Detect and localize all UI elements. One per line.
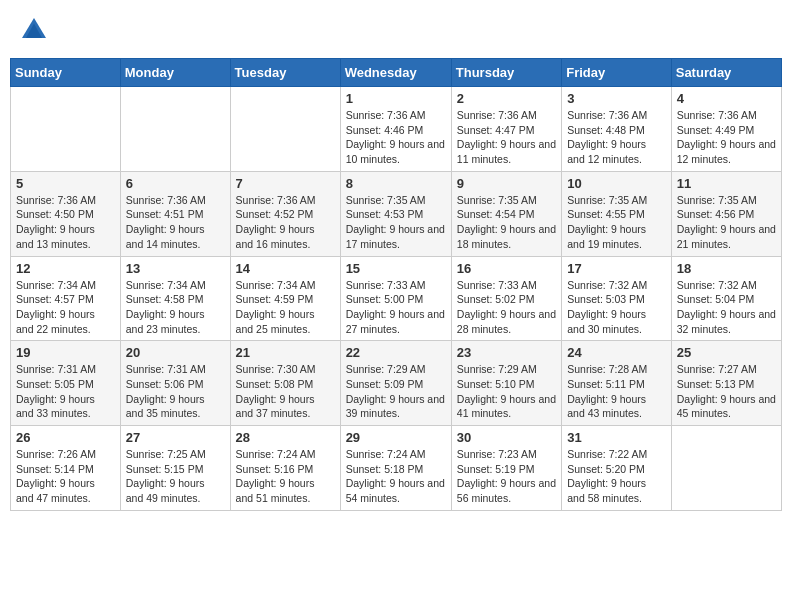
day-info: Sunrise: 7:35 AM Sunset: 4:56 PM Dayligh…	[677, 193, 776, 252]
day-info: Sunrise: 7:32 AM Sunset: 5:04 PM Dayligh…	[677, 278, 776, 337]
day-number: 6	[126, 176, 225, 191]
day-info: Sunrise: 7:24 AM Sunset: 5:18 PM Dayligh…	[346, 447, 446, 506]
calendar-cell: 26Sunrise: 7:26 AM Sunset: 5:14 PM Dayli…	[11, 426, 121, 511]
day-number: 29	[346, 430, 446, 445]
day-number: 30	[457, 430, 556, 445]
day-number: 25	[677, 345, 776, 360]
calendar-cell: 25Sunrise: 7:27 AM Sunset: 5:13 PM Dayli…	[671, 341, 781, 426]
day-info: Sunrise: 7:29 AM Sunset: 5:10 PM Dayligh…	[457, 362, 556, 421]
weekday-header: Tuesday	[230, 59, 340, 87]
day-number: 24	[567, 345, 666, 360]
day-number: 31	[567, 430, 666, 445]
page-header	[10, 10, 782, 50]
weekday-header: Sunday	[11, 59, 121, 87]
day-number: 3	[567, 91, 666, 106]
day-info: Sunrise: 7:24 AM Sunset: 5:16 PM Dayligh…	[236, 447, 335, 506]
weekday-header: Wednesday	[340, 59, 451, 87]
calendar-cell: 20Sunrise: 7:31 AM Sunset: 5:06 PM Dayli…	[120, 341, 230, 426]
day-info: Sunrise: 7:34 AM Sunset: 4:57 PM Dayligh…	[16, 278, 115, 337]
day-info: Sunrise: 7:35 AM Sunset: 4:55 PM Dayligh…	[567, 193, 666, 252]
day-info: Sunrise: 7:31 AM Sunset: 5:05 PM Dayligh…	[16, 362, 115, 421]
calendar-cell: 11Sunrise: 7:35 AM Sunset: 4:56 PM Dayli…	[671, 171, 781, 256]
calendar-cell	[230, 87, 340, 172]
day-number: 4	[677, 91, 776, 106]
day-number: 18	[677, 261, 776, 276]
calendar-cell: 6Sunrise: 7:36 AM Sunset: 4:51 PM Daylig…	[120, 171, 230, 256]
day-info: Sunrise: 7:36 AM Sunset: 4:50 PM Dayligh…	[16, 193, 115, 252]
calendar-week-row: 19Sunrise: 7:31 AM Sunset: 5:05 PM Dayli…	[11, 341, 782, 426]
day-number: 26	[16, 430, 115, 445]
calendar-cell: 22Sunrise: 7:29 AM Sunset: 5:09 PM Dayli…	[340, 341, 451, 426]
calendar-table: SundayMondayTuesdayWednesdayThursdayFrid…	[10, 58, 782, 511]
day-info: Sunrise: 7:28 AM Sunset: 5:11 PM Dayligh…	[567, 362, 666, 421]
day-info: Sunrise: 7:33 AM Sunset: 5:00 PM Dayligh…	[346, 278, 446, 337]
day-info: Sunrise: 7:36 AM Sunset: 4:49 PM Dayligh…	[677, 108, 776, 167]
day-number: 11	[677, 176, 776, 191]
day-info: Sunrise: 7:23 AM Sunset: 5:19 PM Dayligh…	[457, 447, 556, 506]
day-number: 28	[236, 430, 335, 445]
day-info: Sunrise: 7:33 AM Sunset: 5:02 PM Dayligh…	[457, 278, 556, 337]
weekday-header: Thursday	[451, 59, 561, 87]
calendar-cell: 29Sunrise: 7:24 AM Sunset: 5:18 PM Dayli…	[340, 426, 451, 511]
calendar-cell: 9Sunrise: 7:35 AM Sunset: 4:54 PM Daylig…	[451, 171, 561, 256]
day-info: Sunrise: 7:36 AM Sunset: 4:52 PM Dayligh…	[236, 193, 335, 252]
day-number: 19	[16, 345, 115, 360]
calendar-cell: 28Sunrise: 7:24 AM Sunset: 5:16 PM Dayli…	[230, 426, 340, 511]
calendar-week-row: 5Sunrise: 7:36 AM Sunset: 4:50 PM Daylig…	[11, 171, 782, 256]
day-info: Sunrise: 7:36 AM Sunset: 4:48 PM Dayligh…	[567, 108, 666, 167]
calendar-cell: 13Sunrise: 7:34 AM Sunset: 4:58 PM Dayli…	[120, 256, 230, 341]
day-info: Sunrise: 7:22 AM Sunset: 5:20 PM Dayligh…	[567, 447, 666, 506]
calendar-cell: 8Sunrise: 7:35 AM Sunset: 4:53 PM Daylig…	[340, 171, 451, 256]
day-info: Sunrise: 7:34 AM Sunset: 4:59 PM Dayligh…	[236, 278, 335, 337]
day-number: 22	[346, 345, 446, 360]
weekday-header: Monday	[120, 59, 230, 87]
day-number: 16	[457, 261, 556, 276]
day-number: 15	[346, 261, 446, 276]
calendar-cell: 1Sunrise: 7:36 AM Sunset: 4:46 PM Daylig…	[340, 87, 451, 172]
calendar-cell: 2Sunrise: 7:36 AM Sunset: 4:47 PM Daylig…	[451, 87, 561, 172]
day-info: Sunrise: 7:36 AM Sunset: 4:47 PM Dayligh…	[457, 108, 556, 167]
calendar-cell: 12Sunrise: 7:34 AM Sunset: 4:57 PM Dayli…	[11, 256, 121, 341]
day-number: 10	[567, 176, 666, 191]
calendar-cell: 10Sunrise: 7:35 AM Sunset: 4:55 PM Dayli…	[562, 171, 672, 256]
calendar-cell	[120, 87, 230, 172]
weekday-header: Saturday	[671, 59, 781, 87]
calendar-cell: 24Sunrise: 7:28 AM Sunset: 5:11 PM Dayli…	[562, 341, 672, 426]
calendar-cell: 4Sunrise: 7:36 AM Sunset: 4:49 PM Daylig…	[671, 87, 781, 172]
calendar-cell: 23Sunrise: 7:29 AM Sunset: 5:10 PM Dayli…	[451, 341, 561, 426]
day-number: 7	[236, 176, 335, 191]
day-number: 21	[236, 345, 335, 360]
day-number: 12	[16, 261, 115, 276]
calendar-cell	[11, 87, 121, 172]
day-number: 1	[346, 91, 446, 106]
calendar-cell: 21Sunrise: 7:30 AM Sunset: 5:08 PM Dayli…	[230, 341, 340, 426]
logo	[18, 14, 54, 46]
calendar-cell: 5Sunrise: 7:36 AM Sunset: 4:50 PM Daylig…	[11, 171, 121, 256]
calendar-week-row: 12Sunrise: 7:34 AM Sunset: 4:57 PM Dayli…	[11, 256, 782, 341]
weekday-header: Friday	[562, 59, 672, 87]
day-info: Sunrise: 7:36 AM Sunset: 4:46 PM Dayligh…	[346, 108, 446, 167]
day-info: Sunrise: 7:36 AM Sunset: 4:51 PM Dayligh…	[126, 193, 225, 252]
day-number: 2	[457, 91, 556, 106]
calendar-cell: 16Sunrise: 7:33 AM Sunset: 5:02 PM Dayli…	[451, 256, 561, 341]
calendar-cell: 30Sunrise: 7:23 AM Sunset: 5:19 PM Dayli…	[451, 426, 561, 511]
day-number: 5	[16, 176, 115, 191]
calendar-cell: 18Sunrise: 7:32 AM Sunset: 5:04 PM Dayli…	[671, 256, 781, 341]
day-number: 23	[457, 345, 556, 360]
calendar-cell: 15Sunrise: 7:33 AM Sunset: 5:00 PM Dayli…	[340, 256, 451, 341]
calendar-cell: 14Sunrise: 7:34 AM Sunset: 4:59 PM Dayli…	[230, 256, 340, 341]
day-info: Sunrise: 7:26 AM Sunset: 5:14 PM Dayligh…	[16, 447, 115, 506]
calendar-header-row: SundayMondayTuesdayWednesdayThursdayFrid…	[11, 59, 782, 87]
day-info: Sunrise: 7:27 AM Sunset: 5:13 PM Dayligh…	[677, 362, 776, 421]
day-info: Sunrise: 7:35 AM Sunset: 4:53 PM Dayligh…	[346, 193, 446, 252]
day-number: 14	[236, 261, 335, 276]
calendar-cell: 19Sunrise: 7:31 AM Sunset: 5:05 PM Dayli…	[11, 341, 121, 426]
calendar-cell: 31Sunrise: 7:22 AM Sunset: 5:20 PM Dayli…	[562, 426, 672, 511]
day-number: 20	[126, 345, 225, 360]
calendar-cell: 27Sunrise: 7:25 AM Sunset: 5:15 PM Dayli…	[120, 426, 230, 511]
day-number: 9	[457, 176, 556, 191]
calendar-cell: 7Sunrise: 7:36 AM Sunset: 4:52 PM Daylig…	[230, 171, 340, 256]
calendar-week-row: 26Sunrise: 7:26 AM Sunset: 5:14 PM Dayli…	[11, 426, 782, 511]
day-info: Sunrise: 7:35 AM Sunset: 4:54 PM Dayligh…	[457, 193, 556, 252]
day-number: 8	[346, 176, 446, 191]
